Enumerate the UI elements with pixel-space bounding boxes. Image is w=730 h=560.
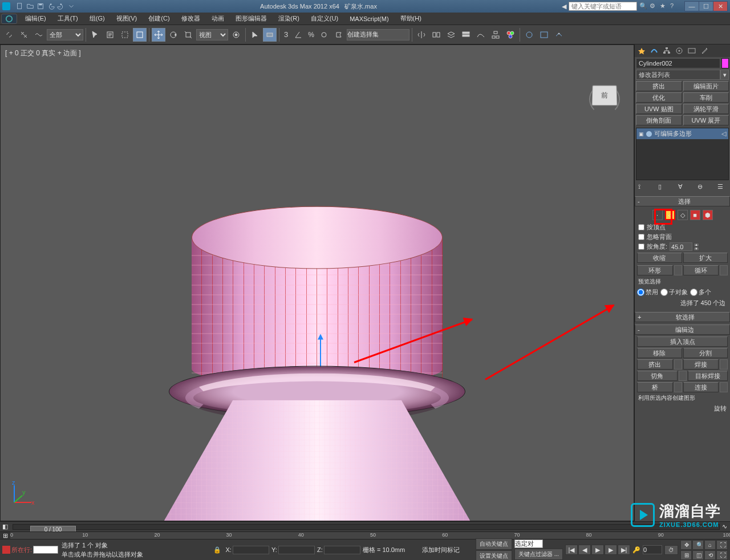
- modset-1-0[interactable]: 优化: [636, 92, 682, 103]
- menu-customize[interactable]: 自定义(U): [305, 13, 344, 25]
- play-icon[interactable]: ▶: [591, 545, 604, 555]
- prev-frame-icon[interactable]: ◀: [578, 545, 591, 555]
- modset-0-0[interactable]: 挤出: [636, 81, 682, 91]
- ring-spinner[interactable]: [674, 265, 682, 275]
- script-rec-icon[interactable]: [2, 546, 10, 554]
- menu-modifiers[interactable]: 修改器: [176, 13, 206, 25]
- bridge-settings-icon[interactable]: [674, 382, 682, 392]
- object-color-swatch[interactable]: [721, 58, 729, 68]
- add-time-tag[interactable]: 添加时间标记: [422, 546, 473, 554]
- ring-button[interactable]: 环形: [637, 265, 673, 275]
- element-mode-icon[interactable]: ⬢: [703, 210, 713, 220]
- preview-subobj-radio[interactable]: [660, 289, 668, 296]
- show-end-result-icon[interactable]: ▯: [658, 183, 667, 192]
- by-vertex-checkbox[interactable]: [638, 224, 644, 230]
- select-region-icon[interactable]: [118, 28, 132, 42]
- curve-editor-icon[interactable]: [474, 28, 488, 42]
- chamfer-button[interactable]: 切角: [637, 371, 678, 381]
- select-manipulate-icon[interactable]: [248, 28, 262, 42]
- object-name-input[interactable]: [636, 58, 720, 68]
- display-tab-icon[interactable]: [686, 46, 697, 56]
- undo-icon[interactable]: [47, 2, 55, 10]
- set-key-button[interactable]: 设置关键点: [476, 550, 512, 561]
- menu-maxscript[interactable]: MAXScript(M): [344, 14, 394, 24]
- menu-tools[interactable]: 工具(T): [52, 13, 84, 25]
- bind-space-warp-icon[interactable]: [32, 28, 46, 42]
- goto-end-icon[interactable]: ▶|: [618, 545, 630, 555]
- schematic-view-icon[interactable]: [489, 28, 502, 42]
- window-crossing-icon[interactable]: [133, 28, 147, 42]
- modset-1-1[interactable]: 车削: [683, 92, 729, 103]
- make-unique-icon[interactable]: ∀: [678, 183, 687, 192]
- viewport-label[interactable]: [ + 0 正交 0 真实 + 边面 ]: [5, 48, 81, 58]
- select-by-name-icon[interactable]: [103, 28, 117, 42]
- orbit-icon[interactable]: ⟲: [704, 550, 716, 560]
- configure-sets-icon[interactable]: ☰: [717, 183, 727, 192]
- lock-icon[interactable]: 🔒: [213, 546, 222, 554]
- fov-icon[interactable]: ⌂: [704, 540, 716, 550]
- extrude-button[interactable]: 挤出: [637, 359, 673, 370]
- nowat-input[interactable]: [33, 546, 58, 554]
- motion-tab-icon[interactable]: [674, 46, 685, 56]
- menu-animation[interactable]: 动画: [206, 13, 230, 25]
- region-zoom-icon[interactable]: ◫: [692, 550, 704, 560]
- material-editor-icon[interactable]: [504, 28, 517, 42]
- modset-2-1[interactable]: 涡轮平滑: [683, 104, 729, 114]
- chamfer-settings-icon[interactable]: [679, 371, 687, 381]
- modset-2-0[interactable]: UVW 贴图: [636, 104, 682, 114]
- current-frame-input[interactable]: [643, 545, 662, 554]
- comm-center-icon[interactable]: ⚙: [650, 2, 658, 10]
- weld-button[interactable]: 焊接: [683, 359, 719, 370]
- bulb-icon[interactable]: [646, 131, 652, 137]
- grow-button[interactable]: 扩大: [683, 253, 728, 263]
- redo-icon[interactable]: [57, 2, 65, 10]
- auto-key-button[interactable]: 自动关键点: [476, 538, 512, 550]
- timeline-toggle-icon[interactable]: ◧: [0, 523, 10, 530]
- search-icon[interactable]: 🔍: [639, 2, 647, 10]
- close-button[interactable]: ✕: [713, 1, 728, 11]
- unlink-icon[interactable]: [17, 28, 31, 42]
- rendered-frame-icon[interactable]: [537, 28, 551, 42]
- modify-tab-icon[interactable]: [648, 46, 660, 56]
- menu-graph[interactable]: 图形编辑器: [230, 13, 273, 25]
- modifier-stack[interactable]: ▣ 可编辑多边形 ◁: [636, 128, 729, 180]
- keyboard-shortcut-icon[interactable]: [263, 28, 277, 42]
- by-angle-checkbox[interactable]: [638, 244, 644, 250]
- key-mode-icon[interactable]: ⊞: [0, 532, 10, 539]
- loop-spinner[interactable]: [720, 265, 728, 275]
- next-frame-icon[interactable]: ▶: [605, 545, 617, 555]
- target-weld-button[interactable]: 目标焊接: [688, 371, 728, 381]
- menu-views[interactable]: 视图(V): [111, 13, 143, 25]
- viewcube[interactable]: 前: [585, 79, 624, 119]
- key-icon[interactable]: 🔑: [632, 546, 640, 554]
- rollout-softsel-header[interactable]: +软选择: [635, 312, 730, 322]
- dropdown-arrow-icon[interactable]: ▾: [720, 70, 729, 80]
- x-input[interactable]: [233, 546, 269, 554]
- track-bar[interactable]: ⊞ 0 10 20 30 40 50 60 70 80 90 100: [0, 531, 730, 539]
- rotate-icon[interactable]: [167, 28, 180, 42]
- modifier-list-dropdown[interactable]: [636, 70, 720, 80]
- mirror-icon[interactable]: [415, 28, 428, 42]
- layer-manager-icon[interactable]: [444, 28, 458, 42]
- move-icon[interactable]: [152, 28, 165, 42]
- selection-filter[interactable]: 全部: [47, 29, 83, 40]
- time-slider[interactable]: ◧ 0 / 100 ∿: [0, 521, 730, 531]
- percent-snap-icon[interactable]: %: [306, 28, 316, 42]
- loop-button[interactable]: 循环: [683, 265, 719, 275]
- mini-curve-icon[interactable]: ∿: [722, 523, 730, 530]
- menu-group[interactable]: 组(G): [84, 13, 111, 25]
- spinner-snap-icon[interactable]: [317, 28, 331, 42]
- ignore-backface-checkbox[interactable]: [638, 234, 644, 240]
- open-icon[interactable]: [26, 2, 34, 10]
- modset-3-0[interactable]: 倒角剖面: [636, 115, 682, 125]
- app-menu-button[interactable]: [1, 14, 17, 24]
- bridge-button[interactable]: 桥: [637, 382, 673, 392]
- help-icon[interactable]: ?: [670, 2, 678, 10]
- scale-icon[interactable]: [181, 28, 195, 42]
- insert-vertex-button[interactable]: 插入顶点: [637, 336, 728, 347]
- search-input[interactable]: [569, 2, 637, 11]
- render-icon[interactable]: [552, 28, 566, 42]
- modset-3-1[interactable]: UVW 展开: [683, 115, 729, 125]
- weld-settings-icon[interactable]: [720, 359, 728, 370]
- maximize-button[interactable]: ☐: [699, 1, 713, 11]
